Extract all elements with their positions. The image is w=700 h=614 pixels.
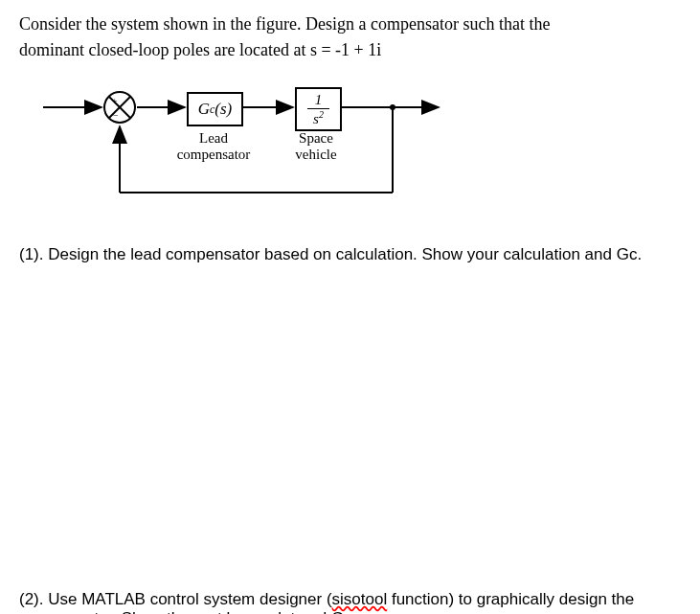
problem-line1: Consider the system shown in the figure.… [19, 14, 550, 34]
lead-compensator-block: Gc(s) [187, 92, 243, 126]
space-label-line1: Space [299, 130, 333, 146]
summing-junction: + − [102, 90, 137, 125]
question-1-text: (1). Design the lead compensator based o… [19, 245, 642, 263]
lead-label-line1: Lead [199, 130, 228, 146]
lead-label-line2: compensator [177, 147, 251, 162]
question-2-tool: sisotool [332, 590, 388, 608]
question-2: (2). Use MATLAB control system designer … [19, 590, 681, 614]
lead-compensator-label: Lead compensator [166, 130, 261, 163]
plant-block: 1 s2 [295, 87, 342, 131]
space-vehicle-label: Space vehicle [268, 130, 364, 163]
sum-plus: + [112, 96, 118, 106]
gc-s: (s) [215, 100, 232, 119]
space-label-line2: vehicle [295, 147, 336, 162]
svg-point-7 [390, 104, 395, 110]
problem-statement: Consider the system shown in the figure.… [19, 11, 681, 63]
block-diagram: + − Gc(s) 1 s2 Lead compensator Space ve… [38, 82, 440, 216]
question-2-prefix: (2). Use MATLAB control system designer … [19, 590, 332, 608]
plant-numerator: 1 [307, 93, 330, 109]
problem-line2-prefix: dominant closed-loop poles are located a… [19, 40, 310, 59]
question-1: (1). Design the lead compensator based o… [19, 245, 681, 264]
gc-G: G [198, 100, 210, 119]
plant-den-sup: 2 [319, 109, 324, 120]
plant-denominator: s2 [313, 109, 324, 126]
problem-equation: s = -1 + 1i [310, 40, 381, 59]
sum-minus: − [113, 110, 119, 121]
